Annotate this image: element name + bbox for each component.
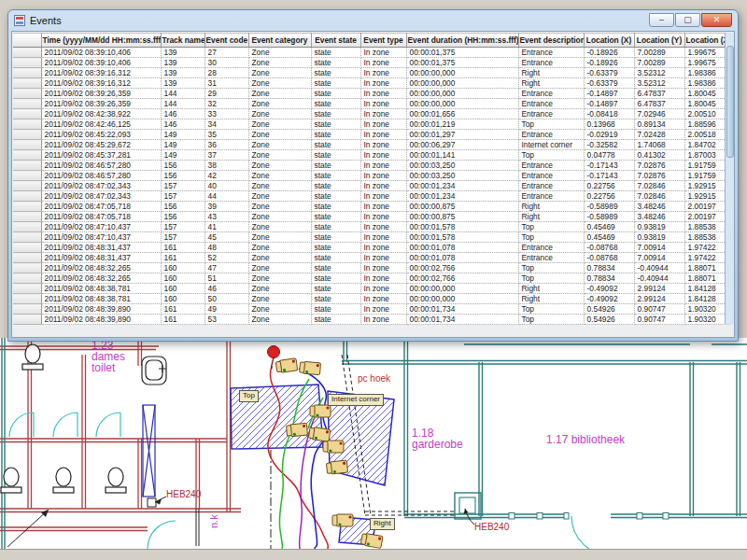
- table-cell[interactable]: 2011/09/02 08:47:05,718: [41, 202, 161, 212]
- table-cell[interactable]: 2011/09/02 08:39:26,359: [41, 89, 161, 99]
- table-cell[interactable]: 156: [161, 161, 204, 171]
- table-cell[interactable]: 33: [204, 109, 248, 119]
- table-cell[interactable]: state: [311, 263, 360, 273]
- table-cell[interactable]: -0.08768: [584, 243, 634, 253]
- table-cell[interactable]: state: [311, 119, 360, 130]
- table-cell[interactable]: Zone: [248, 89, 311, 99]
- row-header[interactable]: [13, 150, 41, 161]
- row-header[interactable]: [13, 109, 41, 119]
- table-cell[interactable]: 2011/09/02 08:48:31,437: [41, 243, 161, 253]
- table-cell[interactable]: 156: [161, 171, 204, 181]
- table-cell[interactable]: 2.00518: [684, 130, 729, 140]
- table-cell[interactable]: 1.84128: [684, 294, 729, 304]
- table-row[interactable]: 2011/09/02 08:39:26,35914432ZonestateIn …: [13, 99, 729, 109]
- table-cell[interactable]: Zone: [248, 48, 311, 58]
- table-cell[interactable]: 00:00:01,078: [406, 253, 518, 263]
- table-cell[interactable]: 27: [204, 48, 248, 58]
- table-cell[interactable]: Zone: [248, 263, 311, 273]
- table-cell[interactable]: Right: [518, 202, 584, 212]
- table-cell[interactable]: -0.17143: [584, 161, 634, 171]
- row-header[interactable]: [13, 212, 41, 222]
- table-cell[interactable]: 7.00914: [634, 243, 684, 253]
- table-row[interactable]: 2011/09/02 08:48:38,78116046ZonestateIn …: [13, 284, 729, 294]
- row-header[interactable]: [13, 119, 41, 130]
- table-cell[interactable]: 7.02846: [634, 181, 684, 191]
- table-row[interactable]: 2011/09/02 08:42:46,12514634ZonestateIn …: [13, 119, 729, 130]
- table-row[interactable]: 2011/09/02 08:48:32,26516047ZonestateIn …: [13, 263, 729, 273]
- table-row[interactable]: 2011/09/02 08:47:02,34315740ZonestateIn …: [13, 181, 729, 191]
- table-row[interactable]: 2011/09/02 08:46:57,28015638ZonestateIn …: [13, 161, 729, 171]
- table-cell[interactable]: Right: [518, 78, 584, 89]
- table-cell[interactable]: 2011/09/02 08:42:46,125: [41, 119, 161, 130]
- table-cell[interactable]: In zone: [360, 263, 406, 273]
- table-cell[interactable]: 0.45469: [584, 222, 634, 232]
- table-row[interactable]: 2011/09/02 08:42:38,92214633ZonestateIn …: [13, 109, 729, 119]
- table-cell[interactable]: 149: [161, 150, 204, 161]
- table-row[interactable]: 2011/09/02 08:39:10,40613927ZonestateIn …: [13, 48, 729, 58]
- table-cell[interactable]: 00:00:00,000: [406, 284, 518, 294]
- table-cell[interactable]: 146: [161, 109, 204, 119]
- table-cell[interactable]: 00:00:01,219: [406, 119, 518, 130]
- table-cell[interactable]: -0.58989: [584, 202, 634, 212]
- table-cell[interactable]: 0.22756: [584, 181, 634, 191]
- row-header[interactable]: [13, 232, 41, 243]
- table-cell[interactable]: In zone: [360, 68, 406, 78]
- table-cell[interactable]: state: [311, 130, 360, 140]
- table-cell[interactable]: In zone: [360, 161, 406, 171]
- table-cell[interactable]: 7.02846: [634, 191, 684, 202]
- table-cell[interactable]: 2011/09/02 08:47:02,343: [41, 181, 161, 191]
- column-header[interactable]: Event code: [204, 34, 248, 48]
- table-cell[interactable]: 156: [161, 212, 204, 222]
- row-header[interactable]: [13, 284, 41, 294]
- table-cell[interactable]: 0.04778: [584, 150, 634, 161]
- row-header[interactable]: [13, 58, 41, 68]
- table-cell[interactable]: 1.88071: [684, 273, 729, 284]
- table-cell[interactable]: 32: [204, 99, 248, 109]
- table-cell[interactable]: In zone: [360, 315, 406, 325]
- table-cell[interactable]: 2011/09/02 08:48:32,265: [41, 263, 161, 273]
- row-header[interactable]: [13, 171, 41, 181]
- row-header[interactable]: [13, 273, 41, 284]
- table-cell[interactable]: 144: [161, 99, 204, 109]
- table-cell[interactable]: -0.02919: [584, 130, 634, 140]
- table-cell[interactable]: In zone: [360, 304, 406, 315]
- table-cell[interactable]: 00:00:01,734: [406, 315, 518, 325]
- table-row[interactable]: 2011/09/02 08:47:05,71815643ZonestateIn …: [13, 212, 729, 222]
- table-cell[interactable]: 00:00:01,578: [406, 222, 518, 232]
- table-cell[interactable]: 2011/09/02 08:48:38,781: [41, 284, 161, 294]
- table-cell[interactable]: Zone: [248, 243, 311, 253]
- row-header[interactable]: [13, 304, 41, 315]
- table-cell[interactable]: Entrance: [518, 253, 584, 263]
- table-cell[interactable]: state: [311, 171, 360, 181]
- table-cell[interactable]: Top: [518, 222, 584, 232]
- row-header[interactable]: [13, 48, 41, 58]
- table-cell[interactable]: 2011/09/02 08:48:39,890: [41, 304, 161, 315]
- row-header[interactable]: [13, 315, 41, 325]
- table-cell[interactable]: Zone: [248, 171, 311, 181]
- table-cell[interactable]: -0.17143: [584, 171, 634, 181]
- table-cell[interactable]: 157: [161, 181, 204, 191]
- table-cell[interactable]: 2.00510: [684, 109, 729, 119]
- table-cell[interactable]: In zone: [360, 78, 406, 89]
- table-cell[interactable]: Entrance: [518, 171, 584, 181]
- table-cell[interactable]: 1.91759: [684, 161, 729, 171]
- table-cell[interactable]: 157: [161, 232, 204, 243]
- table-cell[interactable]: Top: [518, 263, 584, 273]
- table-cell[interactable]: 29: [204, 89, 248, 99]
- table-cell[interactable]: Zone: [248, 253, 311, 263]
- table-cell[interactable]: 6.47837: [634, 99, 684, 109]
- table-cell[interactable]: 0.45469: [584, 232, 634, 243]
- row-header[interactable]: [13, 68, 41, 78]
- row-header[interactable]: [13, 130, 41, 140]
- table-cell[interactable]: state: [311, 191, 360, 202]
- table-cell[interactable]: 2011/09/02 08:45:29,672: [41, 140, 161, 150]
- table-cell[interactable]: Zone: [248, 304, 311, 315]
- table-cell[interactable]: 00:00:00,875: [406, 212, 518, 222]
- row-header[interactable]: [13, 191, 41, 202]
- table-cell[interactable]: 47: [204, 263, 248, 273]
- table-cell[interactable]: 160: [161, 294, 204, 304]
- table-cell[interactable]: -0.18926: [584, 48, 634, 58]
- table-cell[interactable]: Entrance: [518, 130, 584, 140]
- table-cell[interactable]: In zone: [360, 284, 406, 294]
- row-header[interactable]: [13, 202, 41, 212]
